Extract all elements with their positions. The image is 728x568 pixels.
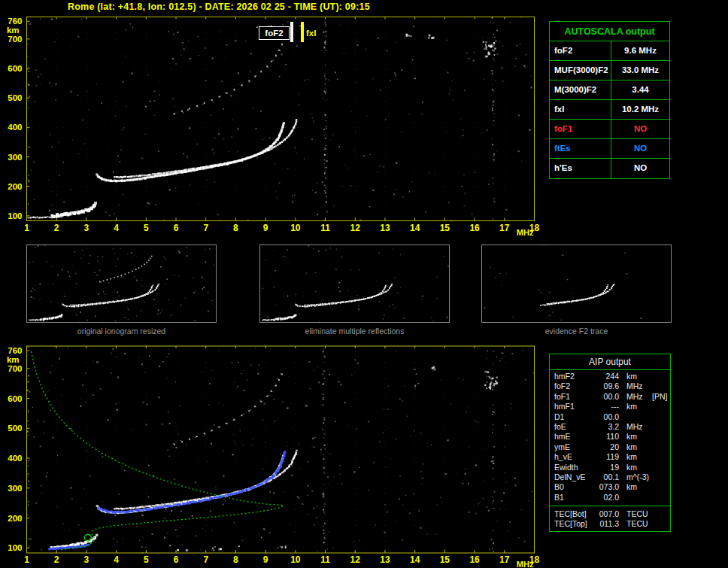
parameter-note	[649, 381, 670, 391]
parameter-label: h'Es	[550, 159, 611, 178]
parameter-label: h_vE	[554, 452, 596, 462]
aip-row: hmF1---km	[554, 402, 670, 412]
parameter-note	[649, 412, 670, 422]
mini-f2-ordinary	[62, 284, 153, 307]
parameter-note	[649, 442, 670, 452]
svg-text:9: 9	[263, 223, 268, 233]
autoscala-row: h'EsNO	[550, 159, 669, 178]
svg-text:2: 2	[54, 554, 59, 565]
svg-text:7: 7	[203, 554, 208, 565]
svg-text:200: 200	[8, 514, 22, 523]
svg-text:600: 600	[8, 394, 22, 403]
axis-labels: 100200300400500600700760km12345678910111…	[7, 17, 540, 236]
aip-row: foE3.2MHz	[554, 422, 670, 432]
station-date-title: Rome (lat: +41.8, lon: 012.5) - DATE: 20…	[68, 2, 370, 12]
svg-text:foF2: foF2	[265, 29, 283, 38]
parameter-value: 3.44	[611, 80, 669, 99]
svg-text:3: 3	[84, 554, 89, 565]
parameter-label: foE	[554, 422, 596, 432]
aip-row: Ewidth19km	[554, 463, 670, 472]
mini-e-region	[40, 314, 62, 320]
svg-text:700: 700	[8, 364, 22, 373]
thumbnail-caption-3: evidence F2 trace	[481, 327, 672, 336]
thumbnail-original-ionogram	[26, 245, 217, 323]
foF2-marker-line	[290, 22, 293, 42]
plot-frame	[27, 346, 535, 553]
svg-text:5: 5	[144, 223, 149, 233]
svg-text:1: 1	[24, 554, 29, 565]
svg-text:12: 12	[350, 223, 361, 233]
parameter-unit: km	[619, 402, 649, 412]
parameter-label: ymE	[554, 442, 596, 452]
parameter-value: NO	[611, 120, 669, 138]
parameter-note	[649, 422, 670, 432]
aip-row: D100.0	[554, 412, 670, 422]
gridlines	[27, 346, 535, 553]
parameter-label: TEC[Bot]	[554, 509, 596, 519]
aip-tec-rows: TEC[Bot]007.0TECUTEC[Top]011.3TECU	[550, 508, 670, 531]
parameter-unit: km	[619, 482, 649, 492]
aip-row: foF209.6MHz	[554, 381, 670, 391]
svg-text:16: 16	[469, 554, 480, 565]
aip-row: ymE20km	[554, 442, 670, 452]
autoscala-row: MUF(3000)F233.0 MHz	[550, 61, 669, 80]
parameter-label: hmF2	[554, 372, 596, 381]
autoscala-panel-title: AUTOSCALA output	[550, 22, 669, 41]
svg-text:760: 760	[8, 17, 22, 26]
profile-ionogram-plot: 100200300400500600700760km12345678910111…	[0, 339, 549, 568]
parameter-label: foF2	[554, 381, 596, 391]
parameter-value: NO	[611, 139, 669, 158]
parameter-label: foF1	[550, 120, 611, 138]
restored-f2-trace	[97, 451, 286, 514]
svg-text:17: 17	[499, 554, 510, 565]
parameter-unit: MHz	[619, 381, 649, 391]
svg-text:100: 100	[8, 543, 22, 552]
parameter-note	[649, 452, 670, 462]
noise-speckle	[262, 245, 449, 322]
f2-trace-x-mode	[114, 119, 297, 178]
electron-density-profile	[32, 351, 284, 549]
second-hop-echo	[173, 43, 283, 114]
noise-speckle	[27, 345, 535, 553]
svg-text:6: 6	[174, 223, 179, 233]
svg-text:10: 10	[290, 554, 301, 565]
svg-text:4: 4	[114, 223, 119, 233]
autoscala-row: M(3000)F23.44	[550, 80, 669, 100]
parameter-label: M(3000)F2	[550, 80, 611, 99]
parameter-value: 119	[596, 452, 619, 462]
svg-text:300: 300	[8, 484, 22, 493]
thumbnail-caption-2: eliminate multiple reflections	[259, 327, 450, 336]
parameter-label: MUF(3000)F2	[550, 61, 611, 80]
parameter-unit: km	[619, 432, 649, 442]
parameter-value: 02.0	[596, 493, 619, 503]
svg-text:500: 500	[8, 93, 22, 102]
parameter-label: B0	[554, 482, 596, 492]
parameter-note	[649, 402, 670, 412]
parameter-note	[649, 472, 670, 482]
svg-text:12: 12	[350, 554, 361, 565]
svg-text:2: 2	[54, 223, 59, 233]
parameter-unit: MHz	[619, 422, 649, 432]
parameter-value: 09.6	[596, 381, 619, 391]
aip-output-panel: AIP output hmF2244kmfoF209.6MHzfoF100.0M…	[549, 354, 671, 532]
scaled-ionogram-plot: 100200300400500600700760km12345678910111…	[0, 14, 549, 239]
mini-f2-extraordinary	[547, 284, 615, 305]
mini-f2-extraordinary	[304, 284, 393, 306]
baseline-echo	[27, 216, 53, 218]
mini-baseline	[29, 319, 41, 320]
parameter-note	[649, 432, 670, 442]
svg-text:MHz: MHz	[517, 560, 534, 568]
noise-speckle	[484, 245, 642, 320]
svg-text:17: 17	[499, 223, 510, 233]
svg-text:10: 10	[290, 223, 301, 233]
svg-text:7: 7	[203, 223, 208, 233]
parameter-label: foF1	[554, 392, 596, 402]
second-hop-echo	[173, 373, 283, 445]
parameter-value: 244	[596, 372, 619, 381]
autoscala-row: foF29.6 MHz	[550, 41, 669, 61]
fxI-marker-line	[301, 22, 304, 42]
aip-row: TEC[Top]011.3TECU	[554, 519, 670, 529]
thumbnail-caption-1: original ionogram resized	[26, 327, 217, 336]
svg-text:15: 15	[440, 554, 450, 565]
parameter-note: [PN]	[649, 392, 670, 402]
